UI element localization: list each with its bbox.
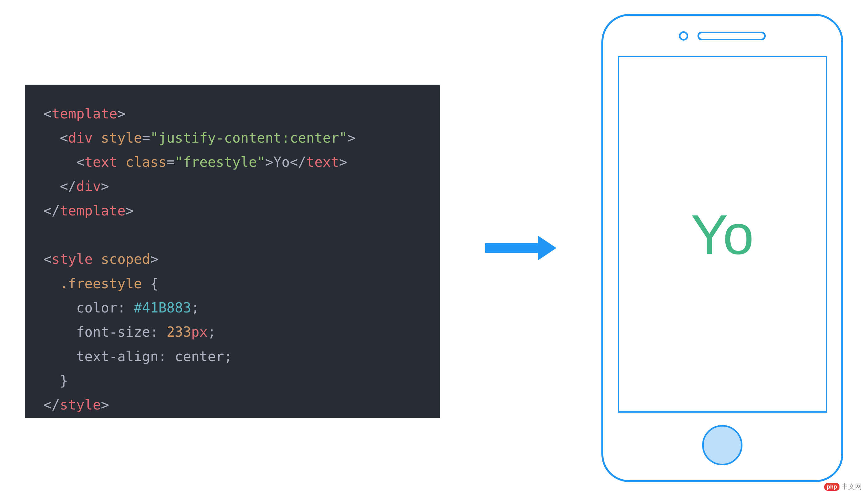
code-line: </template> [43, 199, 422, 223]
code-token: Yo [274, 154, 290, 170]
code-token: : [117, 300, 134, 315]
code-line: font-size: 233px; [43, 320, 422, 344]
code-token: > [101, 178, 109, 194]
code-token [43, 130, 60, 146]
phone-mockup: Yo [601, 14, 843, 482]
code-token: style [101, 130, 142, 146]
code-token: > [339, 154, 347, 170]
code-token [43, 227, 52, 243]
code-token: < [43, 251, 52, 267]
code-token: : [150, 324, 167, 340]
diagram-container: <template> <div style="justify-content:c… [0, 0, 868, 496]
code-line: <style scoped> [43, 247, 422, 271]
code-token: < [43, 106, 52, 122]
code-token: < [60, 130, 68, 146]
camera-icon [679, 31, 688, 41]
code-token [43, 300, 76, 315]
code-token: > [117, 106, 126, 122]
code-token: px [191, 324, 208, 340]
code-line: <div style="justify-content:center"> [43, 126, 422, 150]
code-token: } [60, 373, 68, 388]
code-token: ; [208, 324, 216, 340]
phone-earpiece-area [603, 16, 841, 56]
code-token: </ [60, 178, 76, 194]
code-token: </ [43, 203, 60, 219]
code-token: color [76, 300, 117, 315]
code-token: </ [290, 154, 306, 170]
code-token: .freestyle [60, 276, 142, 291]
code-line: </style> [43, 393, 422, 417]
rendered-output-text: Yo [691, 202, 754, 267]
code-token: "justify-content:center" [150, 130, 347, 146]
watermark-text: 中文网 [841, 482, 862, 491]
code-token: : [158, 348, 175, 364]
code-token [43, 324, 76, 340]
code-token [117, 154, 126, 170]
code-line [43, 223, 422, 247]
code-token [93, 251, 101, 267]
code-token [43, 373, 60, 388]
code-token: ; [224, 348, 232, 364]
home-button-icon [702, 425, 742, 465]
code-token: div [68, 130, 92, 146]
code-token: div [76, 178, 101, 194]
code-line: .freestyle { [43, 272, 422, 296]
code-token [43, 276, 60, 291]
code-token: 233 [167, 324, 191, 340]
phone-screen: Yo [618, 56, 827, 413]
speaker-icon [698, 32, 766, 40]
code-line: <text class="freestyle">Yo</text> [43, 150, 422, 174]
watermark: php 中文网 [824, 482, 862, 491]
code-token: ; [191, 300, 200, 315]
code-token [43, 154, 76, 170]
code-token: > [126, 203, 134, 219]
code-token: template [52, 106, 118, 122]
code-token: text [84, 154, 117, 170]
code-token: = [142, 130, 150, 146]
code-token: { [142, 276, 158, 291]
code-token: > [101, 397, 109, 413]
code-token: > [150, 251, 158, 267]
code-token [43, 178, 60, 194]
code-token: "freestyle" [175, 154, 265, 170]
code-token: font-size [76, 324, 150, 340]
code-token: </ [43, 397, 60, 413]
code-token: center [175, 348, 224, 364]
code-token: < [76, 154, 84, 170]
code-line: color: #41B883; [43, 296, 422, 320]
code-token: #41B883 [134, 300, 191, 315]
code-line: <template> [43, 102, 422, 126]
source-code-block: <template> <div style="justify-content:c… [25, 84, 440, 418]
code-token: text [306, 154, 339, 170]
code-token: > [265, 154, 274, 170]
code-line: text-align: center; [43, 344, 422, 369]
code-token: = [167, 154, 175, 170]
code-token: template [60, 203, 126, 219]
code-line: } [43, 369, 422, 393]
arrow-icon [485, 236, 556, 260]
code-token: class [126, 154, 167, 170]
code-token: scoped [101, 251, 150, 267]
code-token: text-align [76, 348, 158, 364]
watermark-badge: php [824, 483, 839, 491]
code-token [43, 348, 76, 364]
code-token: style [52, 251, 93, 267]
code-token: > [347, 130, 356, 146]
code-line: </div> [43, 174, 422, 198]
code-token [93, 130, 101, 146]
code-token: style [60, 397, 101, 413]
